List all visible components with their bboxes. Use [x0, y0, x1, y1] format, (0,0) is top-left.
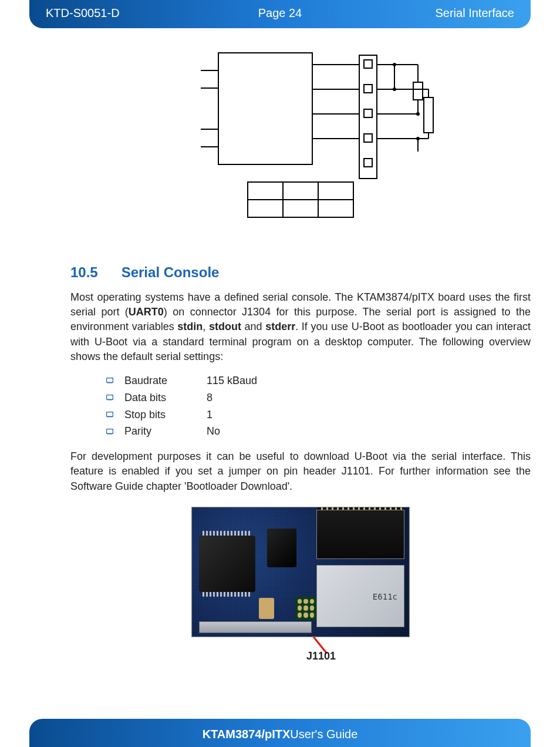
svg-rect-23: [413, 82, 423, 100]
setting-val: 1: [207, 406, 212, 423]
capacitor-icon: [259, 598, 274, 619]
text: ,: [203, 321, 209, 332]
qfp-chip-icon: [199, 536, 255, 592]
setting-databits: Data bits 8: [106, 389, 531, 406]
section-title: Serial Console: [122, 264, 220, 280]
dev-paragraph: For development purposes it can be usefu…: [70, 449, 531, 494]
setting-val: No: [207, 423, 220, 440]
serial-settings-list: Baudrate 115 kBaud Data bits 8 Stop bits…: [106, 372, 531, 440]
board-photo-figure: E611c J1101: [70, 507, 531, 662]
intro-paragraph: Most operating systems have a defined se…: [70, 290, 531, 364]
header-doc-id: KTD-S0051-D: [46, 6, 202, 20]
svg-rect-39: [107, 378, 113, 383]
setting-baudrate: Baudrate 115 kBaud: [106, 372, 531, 389]
svg-rect-41: [107, 395, 113, 400]
stdout-bold: stdout: [209, 321, 241, 332]
setting-parity: Parity No: [106, 423, 531, 440]
page-header: KTD-S0051-D Page 24 Serial Interface: [29, 0, 531, 28]
connector-strip-icon: [199, 621, 312, 633]
svg-point-27: [416, 112, 420, 116]
section-heading: 10.5 Serial Console: [70, 264, 531, 281]
j1101-callout-label: J1101: [306, 650, 336, 662]
board-photo: E611c: [191, 507, 410, 637]
svg-rect-43: [107, 412, 113, 416]
svg-rect-13: [364, 134, 372, 142]
bullet-icon: [106, 395, 114, 401]
svg-rect-10: [364, 60, 372, 68]
svg-rect-12: [364, 109, 372, 117]
setting-key: Data bits: [124, 389, 207, 406]
sd-slot-icon: [316, 510, 404, 559]
ic-icon: [267, 529, 296, 567]
rs485-schematic-icon: [148, 41, 453, 229]
svg-rect-29: [424, 97, 433, 133]
setting-stopbits: Stop bits 1: [106, 406, 531, 423]
bullet-icon: [106, 429, 114, 435]
uart0-bold: UART0: [129, 306, 164, 318]
j1101-header-icon: [295, 597, 316, 620]
setting-key: Parity: [124, 423, 207, 440]
svg-rect-45: [107, 429, 113, 433]
svg-rect-0: [218, 53, 312, 164]
schematic-figure: [70, 41, 531, 235]
header-section: Serial Interface: [358, 6, 514, 20]
svg-point-34: [416, 137, 420, 140]
bullet-icon: [106, 378, 114, 383]
setting-val: 8: [207, 389, 212, 406]
shield-label: E611c: [373, 592, 397, 601]
header-page-no: Page 24: [202, 6, 358, 20]
setting-val: 115 kBaud: [207, 372, 257, 389]
page-footer: KTAM3874/pITX User's Guide: [29, 719, 531, 747]
stdin-bold: stdin: [177, 321, 203, 332]
footer-product: KTAM3874/pITX: [203, 728, 291, 741]
footer-subtitle: User's Guide: [290, 728, 357, 741]
svg-rect-11: [364, 85, 372, 93]
setting-key: Stop bits: [124, 406, 207, 423]
bullet-icon: [106, 412, 114, 418]
stderr-bold: stderr: [265, 321, 295, 332]
section-number: 10.5: [70, 264, 117, 281]
text: and: [241, 321, 265, 332]
setting-key: Baudrate: [124, 372, 207, 389]
svg-rect-14: [364, 159, 372, 167]
